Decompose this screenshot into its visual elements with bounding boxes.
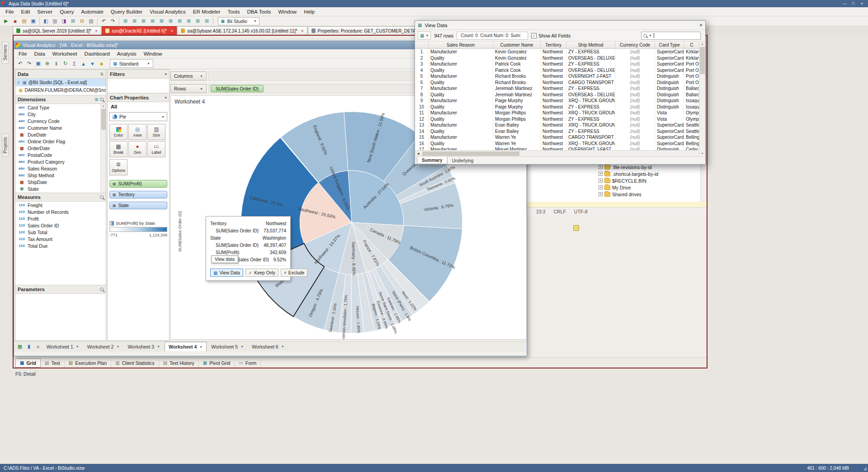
chevron-down-icon[interactable]: ▾ [165, 72, 167, 76]
va-menu-file[interactable]: File [15, 49, 31, 58]
exclude-button[interactable]: ×Exclude [281, 269, 307, 277]
dimensions-scrollbar[interactable]: ▴ [100, 104, 106, 193]
rows-chip[interactable]: Rows ▼ [170, 84, 207, 93]
save-icon[interactable]: ▣ [34, 60, 42, 68]
grid-icon[interactable]: ⊞ [94, 97, 98, 102]
va-menu-dashboard[interactable]: Dashboard [81, 49, 113, 58]
result-tab-text[interactable]: ▤Text [41, 359, 65, 368]
import-tool-icon[interactable]: ⊞ [69, 17, 77, 25]
refresh-icon[interactable]: ↻ [61, 60, 70, 68]
filters-shelf[interactable] [108, 79, 169, 93]
table-row[interactable]: 2QualityKevin GonzalezNorthwestOVERSEAS … [415, 55, 700, 61]
column-header-currency-code[interactable]: Currency Code [615, 42, 655, 48]
menu-edit[interactable]: Edit [18, 7, 34, 16]
scroll-left-icon[interactable]: ◀ [415, 152, 421, 156]
column-header-ship-method[interactable]: Ship Method [566, 42, 615, 48]
grid-borders-icon[interactable]: ⊞ [139, 17, 148, 25]
va-menu-data[interactable]: Data [31, 49, 49, 58]
result-tab-form[interactable]: ▭Form [235, 359, 261, 368]
table-row[interactable]: 17ManufacturerMiguel MartinezNorthwestOV… [415, 146, 700, 150]
save-file-icon[interactable]: ▣ [29, 17, 38, 25]
result-tab-grid[interactable]: ▦Grid [15, 359, 41, 368]
close-icon[interactable]: × [95, 28, 98, 33]
search-icon[interactable] [100, 288, 104, 291]
table-row[interactable]: 15ManufacturerWarren YeNorthwestCARGO TR… [415, 134, 700, 141]
expand-icon[interactable]: + [599, 192, 603, 196]
expand-icon[interactable]: + [599, 179, 603, 183]
dimension-sales-reason[interactable]: abcSales Reason [15, 165, 101, 172]
menu-server[interactable]: Server [33, 7, 56, 16]
table-row[interactable]: 4QualityPatrick CookNorthwestOVERSEAS - … [415, 67, 700, 74]
connection-darren-fulmer-idera-com-snowfla[interactable]: ▣DARREN.FULMER@IDERA.COM@Snowfla... [15, 86, 106, 94]
grid-borders-icon[interactable]: ⊞ [193, 17, 202, 25]
disconnect-server-icon[interactable]: ■ [11, 17, 19, 25]
menu-er-modeler[interactable]: ER Modeler [189, 7, 224, 16]
measure-sub-total[interactable]: 123Sub Total [15, 229, 106, 236]
chevron-down-icon[interactable]: ▼ [199, 345, 203, 349]
tree-item-my-drive[interactable]: +My Drive [599, 184, 702, 191]
measure-total-due[interactable]: 123Total Due [15, 242, 106, 249]
measure-tax-amount[interactable]: 123Tax Amount [15, 236, 106, 242]
dialog-tab-underlying[interactable]: Underlying [448, 157, 478, 164]
tab-worksheet-2[interactable]: Worksheet 2▼ [84, 342, 123, 351]
grid-borders-icon[interactable]: ⊞ [148, 17, 157, 25]
table-row[interactable]: 13ManufacturerEvan BaileyNorthwestXRQ - … [415, 122, 700, 128]
table-row[interactable]: 6QualityRichard BrooksNorthwestCARGO TRA… [415, 80, 700, 86]
search-icon[interactable] [100, 195, 104, 199]
result-tab-execution-plan[interactable]: ▧Execution Plan [65, 359, 112, 368]
tree-item-recycle-bin[interactable]: +$RECYCLE.BIN [599, 177, 702, 184]
column-header-card-type[interactable]: Card Type [655, 42, 684, 48]
dimension-currency-code[interactable]: abcCurrency Code [15, 118, 101, 124]
table-row[interactable]: 8QualityJeremiah MartinezNorthwestOVERSE… [415, 92, 700, 98]
grid-borders-icon[interactable]: ⊞ [121, 17, 130, 25]
dimension-orderdate[interactable]: ▦OrderDate [15, 145, 101, 151]
resize-grip[interactable]: ◢ [863, 466, 867, 471]
va-menu-window[interactable]: Window [140, 49, 166, 58]
menu-query-builder[interactable]: Query Builder [107, 7, 146, 16]
grid-borders-icon[interactable]: ⊞ [157, 17, 166, 25]
expand-icon[interactable]: + [599, 165, 603, 169]
column-header-customer-name[interactable]: Customer Name [493, 42, 541, 48]
chart-view-icon[interactable]: ▮ [25, 343, 33, 351]
undo-arrow-icon[interactable]: ↶ [99, 17, 108, 25]
preset-select[interactable]: ▦Standard▼ [110, 59, 153, 68]
open-file-icon[interactable]: ▤ [20, 17, 28, 25]
dialog-tab-summary[interactable]: Summary [417, 157, 448, 164]
pill-state[interactable]: ▦State [109, 202, 167, 209]
connection-bii-studio-sql-excel-sql[interactable]: ✓▣@Bii Studio [SQL - Excel.sql] [15, 79, 106, 86]
tab-worksheet-1[interactable]: Worksheet 1▼ [43, 342, 83, 351]
chevron-down-icon[interactable]: ▼ [76, 345, 79, 348]
search-icon[interactable] [100, 98, 104, 101]
grid-borders-icon[interactable]: ⊞ [175, 17, 184, 25]
measure-number-of-records[interactable]: 123Number of Records [15, 208, 106, 215]
grid-borders-icon[interactable]: ⊞ [203, 17, 211, 25]
grid-borders-icon[interactable]: ⊞ [166, 17, 175, 25]
dimension-state[interactable]: ⊕State [15, 185, 101, 192]
axes-button[interactable]: ◎Axes [128, 124, 146, 140]
menu-tools[interactable]: Tools [224, 7, 244, 16]
tab-worksheet-6[interactable]: Worksheet 6▼ [248, 342, 288, 351]
minimize-icon[interactable]: — [840, 1, 849, 6]
table-row[interactable]: 1ManufacturerKevin GonzalezNorthwestZY -… [415, 49, 700, 55]
dimension-online-order-flag[interactable]: abcOnline Order Flag [15, 138, 101, 145]
measure-sales-order-id[interactable]: 123Sales Order ID [15, 222, 106, 229]
measure-freight[interactable]: 123Freight [15, 202, 106, 208]
vertical-scrollbar[interactable]: ▴▾ [699, 42, 705, 156]
close-icon[interactable]: × [699, 22, 703, 28]
menu-visual-analytics[interactable]: Visual Analytics [146, 7, 189, 16]
tree-item-shortcut-targets-by-id[interactable]: +.shortcut-targets-by-id [599, 170, 702, 177]
expand-icon[interactable]: + [599, 172, 603, 176]
redo-arrow-icon[interactable]: ↷ [25, 60, 33, 68]
query-analyzer-icon[interactable]: ▥ [51, 17, 59, 25]
chevron-down-icon[interactable]: ▾ [165, 95, 167, 100]
register-server-icon[interactable]: ▶ [2, 17, 10, 25]
scrollbar-thumb[interactable] [101, 109, 106, 130]
column-header-item[interactable] [415, 42, 429, 48]
doc-tab-sa-sybase-ase-172-24-1-145-v16-00-02-untitled-11[interactable]: sa@Sybase ASE 172.24.1.145 v16.00.02 [Un… [177, 26, 307, 35]
tab-worksheet-3[interactable]: Worksheet 3▼ [124, 342, 164, 351]
column-header-c[interactable]: C [684, 42, 700, 48]
side-tab-servers[interactable]: Servers [2, 41, 9, 64]
procedure-editor-icon[interactable]: ▧ [87, 17, 95, 25]
menu-query[interactable]: Query [56, 7, 77, 16]
table-row[interactable]: 14QualityEvan BaileyNorthwestZY - EXPRES… [415, 128, 700, 135]
